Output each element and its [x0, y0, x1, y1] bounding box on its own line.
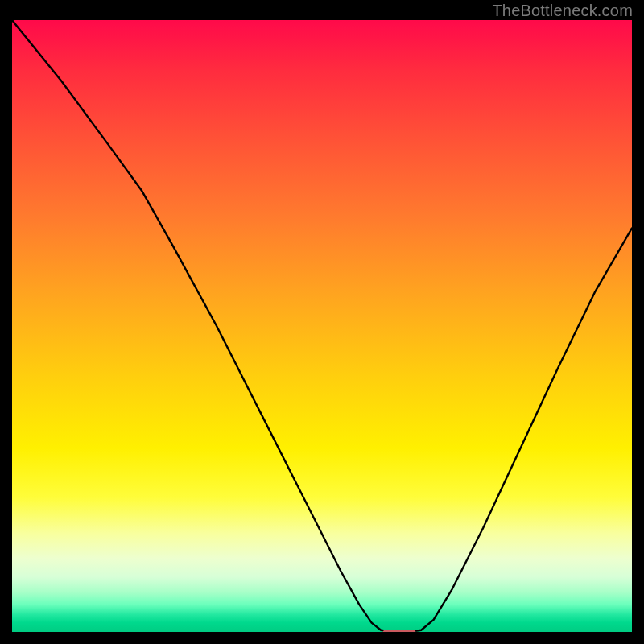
chart-frame: TheBottleneck.com — [0, 0, 644, 644]
optimal-point-marker — [382, 630, 416, 632]
bottleneck-curve-svg — [12, 20, 632, 632]
plot-area — [12, 20, 632, 632]
bottleneck-curve-path — [12, 20, 632, 632]
watermark-text: TheBottleneck.com — [492, 2, 633, 20]
